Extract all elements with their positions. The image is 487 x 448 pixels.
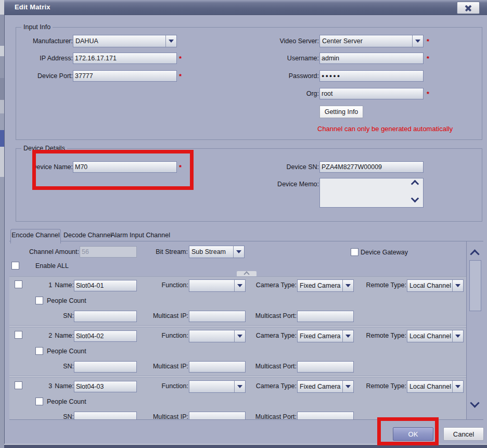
multicast-ip-label: Multicast IP: [140,413,188,419]
camera-type-select[interactable]: Fixed Camera [297,330,354,342]
channel-name-label: 3Name: [25,382,74,390]
channel-name-input[interactable] [74,330,137,342]
remote-type-select[interactable]: Local Channel [407,279,464,292]
bit-stream-value: Sub Stream [191,248,226,255]
multicast-port-input[interactable] [297,361,354,373]
device-name-label: Device Name: [21,163,73,171]
sn-label: SN: [25,413,74,419]
panel-divider [9,419,483,420]
remote-type-select[interactable]: Local Channel [407,380,464,393]
enable-all-checkbox[interactable] [11,262,19,270]
manufacturer-label: Manufacturer: [21,37,73,45]
sn-input[interactable] [74,412,137,419]
ok-button[interactable]: OK [393,427,433,441]
camera-type-label: Camera Type: [244,382,297,390]
required-asterisk: * [427,37,429,45]
device-memo-textarea[interactable] [319,178,424,208]
dialog-bottom-edge [4,444,487,448]
password-input[interactable] [319,70,424,82]
function-select[interactable] [189,330,246,342]
cancel-button[interactable]: Cancel [443,427,484,441]
tab-alarm-input-channel[interactable]: Alarm Input Channel [111,232,170,239]
function-select[interactable] [189,380,246,393]
people-count-checkbox[interactable] [35,297,43,304]
chevron-down-icon[interactable] [452,381,463,392]
multicast-port-input[interactable] [297,412,354,419]
required-asterisk: * [427,55,429,62]
camera-type-label: Camera Type: [244,281,297,289]
device-port-input[interactable] [73,70,177,82]
remote-type-select[interactable]: Local Channel [407,330,464,342]
remote-type-label: Remote Type: [351,382,406,390]
video-server-value: Center Server [322,37,363,45]
channel-checkbox[interactable] [15,381,22,389]
tab-decode-channel[interactable]: Decode Channel [63,232,112,239]
manufacturer-value: DAHUA [75,37,98,45]
scrollbar-thumb[interactable] [469,260,481,311]
camera-type-select[interactable]: Fixed Camera [297,279,354,292]
multicast-port-label: Multicast Port: [242,363,297,370]
people-count-checkbox[interactable] [35,398,43,405]
sn-label: SN: [25,312,74,319]
manufacturer-select[interactable]: DAHUA [73,35,177,47]
channel-name-input[interactable] [74,381,137,392]
bit-stream-select[interactable]: Sub Stream [189,246,245,258]
people-count-label: People Count [47,348,86,355]
video-server-select[interactable]: Center Server [319,35,424,47]
getting-info-button[interactable]: Getting Info [319,106,363,118]
memo-scroll-down-icon[interactable] [412,196,418,203]
sn-input[interactable] [74,361,137,373]
bit-stream-label: Bit Stream: [140,248,188,255]
close-button[interactable] [457,2,480,14]
channel-checkbox[interactable] [15,280,22,288]
channel-list: 1Name: Function: Camera Type: Fixed Came… [9,276,466,419]
chevron-down-icon[interactable] [233,246,244,258]
chevron-down-icon[interactable] [165,35,176,47]
remote-type-label: Remote Type: [351,332,406,339]
dialog-title: Edit Matrix [15,3,50,11]
chevron-down-icon[interactable] [452,330,463,342]
channel-name-label: 2Name: [25,332,74,339]
device-gateway-checkbox[interactable] [351,248,358,256]
required-asterisk: * [427,90,429,98]
channel-amount-input [80,246,137,258]
memo-scroll-up-icon[interactable] [412,181,418,188]
multicast-port-label: Multicast Port: [242,312,297,319]
password-label: Password: [250,72,319,80]
people-count-label: People Count [47,398,86,405]
username-input[interactable] [319,53,424,64]
sn-input[interactable] [74,311,137,322]
device-memo-label: Device Memo: [245,181,319,188]
device-name-input[interactable] [73,161,177,173]
close-icon [465,4,472,11]
required-asterisk: * [179,72,182,80]
ip-address-input[interactable] [73,53,177,64]
tab-encode-channel[interactable]: Encode Channel [10,229,61,244]
function-label: Function: [140,332,188,339]
chevron-down-icon[interactable] [452,280,463,291]
org-input[interactable] [319,88,424,99]
channel-row-3: 3Name: Function: Camera Type: Fixed Came… [9,377,466,419]
chevron-down-icon[interactable] [412,35,423,47]
multicast-port-label: Multicast Port: [242,413,297,419]
camera-type-label: Camera Type: [244,332,297,339]
org-label: Org: [250,90,319,97]
device-sn-input[interactable] [319,161,424,173]
people-count-checkbox[interactable] [35,347,43,355]
multicast-ip-input[interactable] [189,412,246,419]
channel-amount-label: Channel Amount: [21,248,79,255]
device-gateway-label: Device Gateway [361,249,408,256]
enable-all-label: Enable ALL [35,262,69,270]
multicast-ip-input[interactable] [189,311,246,322]
scrollbar-down-icon[interactable] [471,400,478,408]
channel-name-input[interactable] [74,280,137,291]
scrollbar-up-icon[interactable] [471,251,478,259]
camera-type-select[interactable]: Fixed Camera [297,380,354,393]
username-label: Username: [250,55,319,62]
dialog-titlebar[interactable] [4,0,487,15]
channel-row-2: 2Name: Function: Camera Type: Fixed Came… [9,327,466,376]
multicast-ip-input[interactable] [189,361,246,373]
channel-checkbox[interactable] [15,331,22,339]
function-select[interactable] [189,279,246,292]
multicast-port-input[interactable] [297,311,354,322]
